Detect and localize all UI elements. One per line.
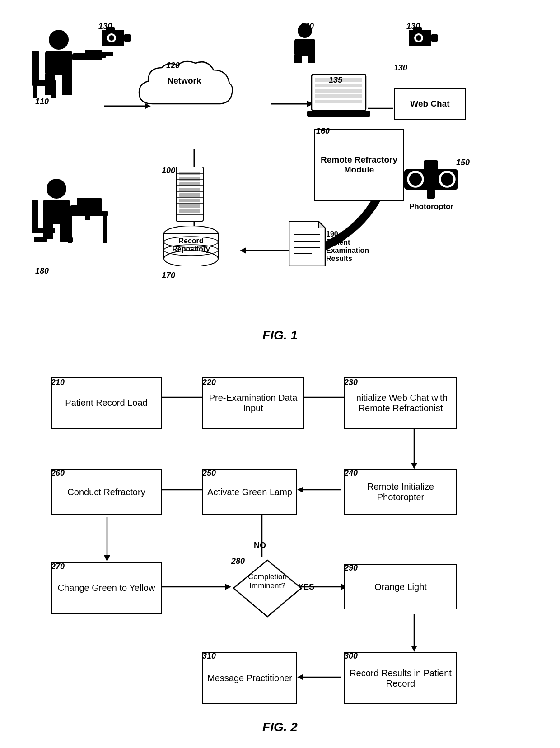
fig2-caption: FIG. 2 bbox=[262, 720, 298, 734]
diamond-label-280: Completion Imminent? bbox=[240, 572, 294, 590]
svg-rect-88 bbox=[424, 160, 438, 170]
svg-marker-117 bbox=[297, 674, 303, 680]
svg-point-13 bbox=[49, 30, 69, 50]
svg-rect-67 bbox=[307, 111, 370, 117]
svg-rect-65 bbox=[315, 94, 362, 98]
label-130c: 130 bbox=[406, 22, 420, 31]
svg-rect-33 bbox=[32, 228, 55, 233]
svg-point-75 bbox=[416, 35, 421, 41]
svg-rect-24 bbox=[101, 52, 113, 56]
svg-rect-66 bbox=[315, 100, 362, 103]
label-135: 135 bbox=[329, 75, 342, 85]
svg-rect-32 bbox=[32, 200, 38, 231]
svg-rect-79 bbox=[294, 39, 315, 56]
label-100: 100 bbox=[162, 166, 175, 176]
label-180: 180 bbox=[35, 266, 49, 276]
svg-rect-21 bbox=[51, 85, 56, 98]
diamond-280: Completion Imminent? bbox=[231, 557, 303, 620]
fig1-caption: FIG. 1 bbox=[262, 328, 298, 343]
record-repo-label: RecordRepository bbox=[162, 237, 220, 253]
box-310: Message Practitioner bbox=[202, 652, 297, 704]
svg-marker-106 bbox=[104, 555, 110, 562]
svg-rect-46 bbox=[179, 204, 200, 208]
svg-point-86 bbox=[441, 173, 453, 186]
remote-refractory-box: Remote Refractory Module bbox=[314, 129, 404, 201]
svg-rect-76 bbox=[431, 34, 438, 42]
box-260: Conduct Refractory bbox=[51, 469, 162, 515]
label-230: 230 bbox=[344, 378, 358, 387]
label-140: 140 bbox=[300, 22, 314, 31]
server-100 bbox=[169, 167, 210, 228]
svg-rect-81 bbox=[308, 55, 315, 63]
no-label: NO bbox=[254, 541, 266, 550]
svg-rect-43 bbox=[179, 188, 200, 191]
svg-marker-100 bbox=[411, 463, 417, 469]
box-290: Orange Light bbox=[344, 564, 457, 609]
svg-point-25 bbox=[47, 179, 66, 199]
svg-rect-41 bbox=[179, 177, 200, 181]
box-300: Record Results in Patient Record bbox=[344, 652, 457, 704]
label-220: 220 bbox=[202, 378, 216, 387]
svg-rect-26 bbox=[43, 200, 70, 224]
label-270: 270 bbox=[51, 562, 65, 571]
svg-rect-45 bbox=[179, 199, 200, 202]
svg-rect-44 bbox=[179, 193, 200, 197]
label-310: 310 bbox=[202, 651, 216, 661]
svg-point-84 bbox=[409, 173, 422, 186]
svg-rect-35 bbox=[68, 216, 72, 243]
label-150: 150 bbox=[456, 158, 470, 167]
label-210: 210 bbox=[51, 378, 65, 387]
record-repository: RecordRepository bbox=[162, 226, 220, 268]
svg-rect-87 bbox=[427, 190, 435, 199]
svg-marker-90 bbox=[318, 221, 325, 228]
web-chat-box: Web Chat bbox=[394, 88, 466, 120]
label-130a: 130 bbox=[98, 22, 112, 31]
yes-label: YES bbox=[298, 582, 314, 592]
label-170: 170 bbox=[162, 271, 175, 280]
svg-rect-64 bbox=[315, 89, 362, 93]
svg-marker-102 bbox=[297, 487, 303, 493]
label-120: 120 bbox=[166, 61, 180, 70]
box-220: Pre-Examination Data Input bbox=[202, 377, 304, 429]
label-240: 240 bbox=[344, 469, 358, 478]
fig2-section: Patient Record Load 210 Pre-Examination … bbox=[0, 352, 560, 748]
box-270: Change Green to Yellow bbox=[51, 562, 162, 614]
label-110: 110 bbox=[35, 97, 49, 107]
label-260: 260 bbox=[51, 469, 65, 478]
svg-point-70 bbox=[109, 35, 114, 41]
svg-rect-37 bbox=[77, 198, 102, 215]
svg-rect-47 bbox=[179, 209, 200, 213]
svg-rect-18 bbox=[32, 51, 39, 84]
svg-rect-40 bbox=[179, 172, 200, 175]
label-280: 280 bbox=[231, 557, 245, 566]
svg-rect-30 bbox=[34, 237, 47, 242]
photoroptor-label: Photoroptor bbox=[402, 202, 461, 211]
label-300: 300 bbox=[344, 651, 358, 661]
fig1-section: 110 180 bbox=[0, 0, 560, 352]
patient-exam-doc: 190 Patient Examination Results bbox=[289, 221, 330, 268]
box-210: Patient Record Load bbox=[51, 377, 162, 429]
box-240: Remote Initialize Photoropter bbox=[344, 469, 457, 515]
label-160: 160 bbox=[316, 126, 330, 136]
box-250: Activate Green Lamp bbox=[202, 469, 297, 515]
svg-marker-108 bbox=[225, 584, 231, 590]
svg-marker-115 bbox=[411, 646, 417, 652]
svg-rect-36 bbox=[103, 216, 107, 243]
network-label: Network bbox=[153, 76, 216, 86]
person-180 bbox=[32, 176, 113, 268]
network-cloud: Network bbox=[135, 59, 234, 124]
photoroptor-img: Photoroptor bbox=[402, 158, 461, 211]
label-290: 290 bbox=[344, 563, 358, 573]
svg-rect-16 bbox=[62, 74, 72, 95]
box-230: Initialize Web Chat with Remote Refracti… bbox=[344, 377, 457, 429]
svg-rect-71 bbox=[124, 34, 131, 42]
patient-exam-label: 190 Patient Examination Results bbox=[326, 230, 380, 263]
label-130b: 130 bbox=[394, 63, 407, 73]
label-250: 250 bbox=[202, 469, 216, 478]
svg-rect-38 bbox=[85, 215, 90, 220]
svg-marker-10 bbox=[240, 247, 246, 254]
svg-rect-80 bbox=[294, 55, 302, 63]
svg-rect-14 bbox=[45, 51, 72, 75]
svg-rect-20 bbox=[33, 85, 37, 98]
